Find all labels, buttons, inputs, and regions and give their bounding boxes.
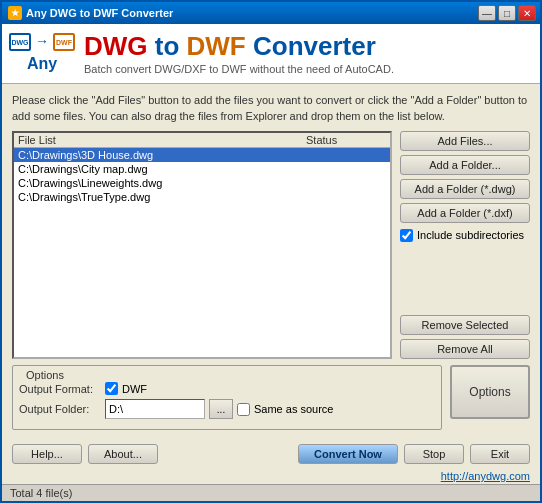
- about-button[interactable]: About...: [88, 444, 158, 464]
- window-title: Any DWG to DWF Converter: [26, 7, 173, 19]
- status-text: Total 4 file(s): [10, 487, 72, 499]
- maximize-button[interactable]: □: [498, 5, 516, 21]
- col-status-header: Status: [306, 134, 386, 146]
- header-area: DWG → DWF Any DWG to DWF Converter Batch…: [2, 24, 540, 84]
- app-icon: ★: [8, 6, 22, 20]
- exit-button[interactable]: Exit: [470, 444, 530, 464]
- right-panel: Add Files... Add a Folder... Add a Folde…: [400, 131, 530, 359]
- convert-now-button[interactable]: Convert Now: [298, 444, 398, 464]
- include-subdirs-checkbox[interactable]: [400, 229, 413, 242]
- dwg-logo-box: DWG: [9, 33, 31, 51]
- dwf-logo-box: DWF: [53, 33, 75, 51]
- logo-arrow: →: [35, 33, 49, 51]
- same-as-source-checkbox[interactable]: [237, 403, 250, 416]
- title-dwf: DWF: [187, 31, 246, 61]
- file-list-header: File List Status: [14, 133, 390, 148]
- bottom-bar: Help... About... Convert Now Stop Exit: [2, 438, 540, 470]
- output-folder-label: Output Folder:: [19, 403, 99, 415]
- output-folder-row: Output Folder: ... Same as source: [19, 399, 435, 419]
- title-to: to: [155, 31, 187, 61]
- remove-selected-button[interactable]: Remove Selected: [400, 315, 530, 335]
- bottom-left: Help... About...: [12, 444, 158, 464]
- output-format-checkbox[interactable]: [105, 382, 118, 395]
- include-subdirs-row: Include subdirectories: [400, 229, 530, 242]
- bottom-center: Convert Now Stop Exit: [298, 444, 530, 464]
- include-subdirs-label: Include subdirectories: [417, 229, 524, 241]
- file-panel: File List Status C:\Drawings\3D House.dw…: [12, 131, 392, 359]
- app-title: DWG to DWF Converter: [84, 32, 394, 61]
- app-subtitle: Batch convert DWG/DXF to DWF without the…: [84, 63, 394, 75]
- output-format-row: Output Format: DWF: [19, 382, 435, 395]
- title-suffix: Converter: [253, 31, 376, 61]
- title-bar: ★ Any DWG to DWF Converter — □ ✕: [2, 2, 540, 24]
- col-file-header: File List: [18, 134, 306, 146]
- remove-all-button[interactable]: Remove All: [400, 339, 530, 359]
- title-dwg: DWG: [84, 31, 148, 61]
- close-button[interactable]: ✕: [518, 5, 536, 21]
- same-as-source-label: Same as source: [254, 403, 333, 415]
- output-format-label: Output Format:: [19, 383, 99, 395]
- list-item[interactable]: C:\Drawings\City map.dwg: [14, 162, 390, 176]
- output-format-value: DWF: [105, 382, 147, 395]
- file-list-container: File List Status C:\Drawings\3D House.dw…: [12, 131, 392, 359]
- list-item[interactable]: C:\Drawings\TrueType.dwg: [14, 190, 390, 204]
- list-item[interactable]: C:\Drawings\3D House.dwg: [14, 148, 390, 162]
- website-link[interactable]: http://anydwg.com: [441, 470, 530, 482]
- list-item[interactable]: C:\Drawings\Lineweights.dwg: [14, 176, 390, 190]
- options-button[interactable]: Options: [450, 365, 530, 419]
- logo-area: DWG → DWF Any: [12, 33, 72, 73]
- add-files-button[interactable]: Add Files...: [400, 131, 530, 151]
- add-folder-dxf-button[interactable]: Add a Folder (*.dxf): [400, 203, 530, 223]
- main-window: ★ Any DWG to DWF Converter — □ ✕ DWG → D…: [0, 0, 542, 503]
- stop-button[interactable]: Stop: [404, 444, 464, 464]
- output-folder-input[interactable]: [105, 399, 205, 419]
- output-folder-value: ... Same as source: [105, 399, 333, 419]
- instructions-text: Please click the "Add Files" button to a…: [12, 92, 530, 125]
- logo-icons: DWG → DWF: [9, 33, 75, 51]
- output-format-text: DWF: [122, 383, 147, 395]
- options-area: Options Output Format: DWF Output Folder…: [12, 365, 530, 430]
- minimize-button[interactable]: —: [478, 5, 496, 21]
- options-fieldset: Options Output Format: DWF Output Folder…: [12, 365, 442, 430]
- header-text: DWG to DWF Converter Batch convert DWG/D…: [84, 32, 394, 75]
- title-controls: — □ ✕: [478, 5, 536, 21]
- link-row: http://anydwg.com: [2, 470, 540, 484]
- browse-button[interactable]: ...: [209, 399, 233, 419]
- main-area: File List Status C:\Drawings\3D House.dw…: [12, 131, 530, 359]
- options-legend: Options: [23, 369, 67, 381]
- add-folder-dwg-button[interactable]: Add a Folder (*.dwg): [400, 179, 530, 199]
- any-label: Any: [27, 55, 57, 73]
- add-folder-button[interactable]: Add a Folder...: [400, 155, 530, 175]
- status-bar: Total 4 file(s): [2, 484, 540, 501]
- help-button[interactable]: Help...: [12, 444, 82, 464]
- content-area: Please click the "Add Files" button to a…: [2, 84, 540, 438]
- file-list-body[interactable]: C:\Drawings\3D House.dwg C:\Drawings\Cit…: [14, 148, 390, 204]
- title-bar-left: ★ Any DWG to DWF Converter: [8, 6, 173, 20]
